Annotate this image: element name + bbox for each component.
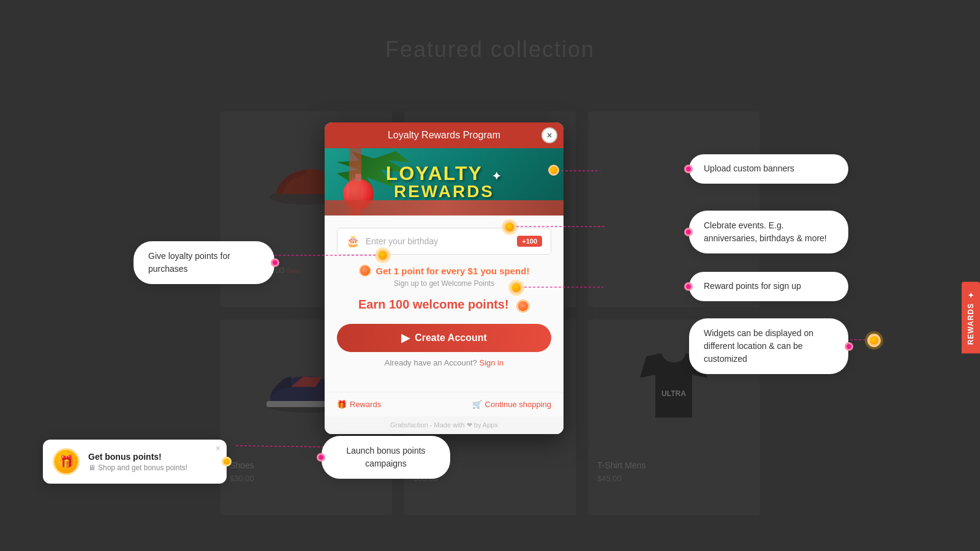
birthday-icon: 🎂 — [346, 234, 360, 248]
celebrate-events-text: Clebrate events. E.g. anniversaries, bir… — [704, 220, 827, 243]
give-loyalty-text: Give loyalty points for purchases — [148, 251, 230, 274]
create-account-button[interactable]: ▶ Create Account — [337, 324, 551, 352]
play-icon: ▶ — [401, 331, 410, 345]
give-loyalty-annotation: Give loyalty points for purchases — [134, 241, 274, 284]
reward-signup-text: Reward points for sign up — [704, 281, 801, 291]
loyalty-text-line2: REWARDS — [386, 183, 502, 200]
modal-close-button[interactable]: × — [541, 127, 557, 143]
reward-signup-annotation: Reward points for sign up — [689, 272, 848, 301]
modal-title: Loyalty Rewards Program — [388, 130, 500, 140]
rewards-link[interactable]: 🎁 Rewards — [337, 400, 381, 409]
welcome-section: Earn 100 welcome points! — [337, 298, 551, 313]
stars-icon: ✦ — [492, 170, 502, 182]
welcome-text: Earn 100 welcome points! — [358, 298, 509, 311]
earn-dot-icon — [359, 264, 371, 277]
widgets-side-dot — [867, 334, 881, 347]
bonus-sub-icon: 🖥 — [88, 463, 96, 472]
bonus-title: Get bonus points! — [88, 452, 217, 462]
bonus-close-button[interactable]: × — [216, 443, 221, 453]
star-icon: ✦ — [967, 290, 975, 299]
connector-dot — [684, 165, 693, 173]
connector-dot — [317, 453, 325, 462]
cart-icon: 🛒 — [472, 400, 482, 409]
connector-dot — [271, 258, 279, 267]
signin-link[interactable]: Sign in — [479, 358, 503, 367]
connector-dot — [845, 342, 853, 351]
ribbon-horizontal — [325, 200, 564, 216]
modal-footer: 🎁 Rewards 🛒 Continue shopping — [325, 392, 564, 416]
loyalty-text-line1: LOYALTY ✦ — [386, 163, 502, 183]
bonus-widget: × 🎁 Get bonus points! 🖥 Shop and get bon… — [43, 440, 227, 484]
upload-banners-text: Upload custom banners — [704, 163, 794, 173]
rewards-tab-label: REWARDS — [967, 303, 975, 345]
celebrate-events-annotation: Clebrate events. E.g. anniversaries, bir… — [689, 211, 848, 253]
rewards-sidebar-tab[interactable]: REWARDS ✦ — [962, 282, 980, 353]
connector-dot — [684, 228, 693, 236]
birthday-placeholder: Enter your birthday — [366, 236, 517, 246]
bonus-subtitle: 🖥 Shop and get bonus points! — [88, 463, 217, 472]
welcome-connector-dot — [510, 282, 522, 294]
bonus-widget-connector-dot — [222, 457, 232, 467]
create-account-label: Create Account — [415, 332, 487, 343]
earn-text: Get 1 point for every $1 you spend! — [337, 264, 551, 277]
welcome-dot-icon — [516, 299, 530, 313]
bonus-text: Get bonus points! 🖥 Shop and get bonus p… — [88, 452, 217, 472]
upload-banners-annotation: Upload custom banners — [689, 154, 848, 184]
modal-banner: LOYALTY ✦ REWARDS — [325, 148, 564, 216]
modal-header: Loyalty Rewards Program × — [325, 122, 564, 148]
gift-icon: 🎁 — [337, 400, 347, 409]
widgets-annotation: Widgets can be displayed on different lo… — [689, 318, 848, 374]
bonus-gift-icon: 🎁 — [53, 448, 80, 475]
continue-shopping-link[interactable]: 🛒 Continue shopping — [472, 400, 551, 409]
birthday-field[interactable]: 🎂 Enter your birthday +100 — [337, 228, 551, 255]
loyalty-modal: Loyalty Rewards Program × LOYALTY ✦ REWA… — [325, 122, 564, 434]
banner-text: LOYALTY ✦ REWARDS — [386, 163, 502, 200]
connector-dot — [684, 282, 693, 291]
earn-connector-dot — [377, 249, 389, 261]
launch-bonus-annotation: Launch bonus points campaigns — [322, 436, 450, 479]
modal-body: 🎂 Enter your birthday +100 Get 1 point f… — [325, 216, 564, 392]
modal-attribution: Gratisfaction - Made with ❤ by Appx — [325, 416, 564, 434]
launch-bonus-text: Launch bonus points campaigns — [346, 446, 425, 468]
widgets-text: Widgets can be displayed on different lo… — [704, 328, 813, 364]
birthday-badge: +100 — [517, 236, 542, 247]
signin-prompt: Already have an Account? Sign in — [337, 358, 551, 367]
banner-connector-dot — [548, 165, 559, 176]
birthday-connector-dot — [503, 221, 516, 233]
